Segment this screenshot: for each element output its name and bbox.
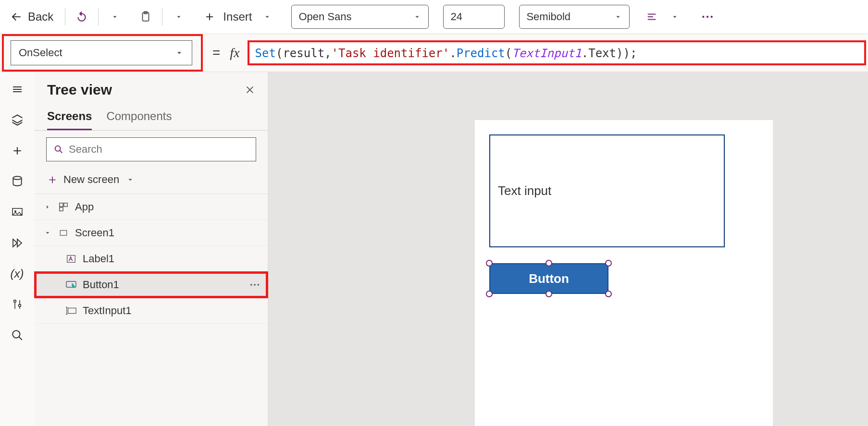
svg-rect-13 <box>64 203 67 206</box>
tree-item-label: Button1 <box>83 279 119 291</box>
media-icon[interactable] <box>9 204 26 221</box>
tools-icon[interactable] <box>9 296 26 313</box>
svg-rect-21 <box>68 308 76 313</box>
font-weight-dropdown[interactable]: Semibold <box>519 5 630 29</box>
insert-label[interactable]: Insert <box>223 10 252 24</box>
tab-screens[interactable]: Screens <box>47 110 92 130</box>
selection-handle[interactable] <box>605 260 612 267</box>
tree-item-label: TextInput1 <box>83 304 132 317</box>
align-chevron-down-icon[interactable] <box>665 7 684 26</box>
tree-item-label1[interactable]: Label1 <box>35 246 268 272</box>
formula-token: . <box>449 47 456 60</box>
tree-item-button1[interactable]: Button1 <box>35 272 268 298</box>
chevron-down-icon <box>413 12 422 21</box>
property-dropdown[interactable]: OnSelect <box>11 40 192 65</box>
insert-chevron-down-icon[interactable] <box>258 7 277 26</box>
search-rail-icon[interactable] <box>9 327 26 344</box>
formula-token: ( <box>276 47 283 60</box>
new-screen-button[interactable]: ＋ New screen <box>35 168 268 194</box>
back-label[interactable]: Back <box>28 10 53 24</box>
formula-token: ( <box>505 47 512 60</box>
tree-item-textinput1[interactable]: TextInput1 <box>35 298 268 324</box>
chevron-down-icon <box>126 175 135 184</box>
formula-token: , <box>324 47 331 60</box>
svg-rect-14 <box>60 207 63 210</box>
tree-list: App Screen1 Label1 <box>35 194 268 324</box>
more-icon[interactable] <box>249 283 260 287</box>
svg-rect-15 <box>60 230 67 235</box>
formula-input[interactable]: Set(result, 'Task identifier'.Predict(Te… <box>248 40 866 65</box>
font-family-dropdown[interactable]: Open Sans <box>291 5 429 29</box>
font-size-input[interactable]: 24 <box>443 5 505 29</box>
tree-view-icon[interactable] <box>9 111 26 129</box>
screen-preview[interactable]: Text input Button <box>475 120 773 426</box>
paste-chevron-down-icon[interactable] <box>169 7 188 26</box>
selection-handle[interactable] <box>546 260 552 267</box>
variables-icon[interactable]: (x) <box>9 265 26 282</box>
svg-point-5 <box>13 176 21 180</box>
formula-token: Predict <box>457 47 505 60</box>
chevron-right-icon[interactable] <box>43 204 52 210</box>
screen-icon <box>58 227 69 239</box>
property-selector-highlight: OnSelect <box>2 34 203 72</box>
power-automate-icon[interactable] <box>9 234 26 252</box>
tab-components[interactable]: Components <box>106 110 172 130</box>
top-toolbar: Back Insert Open Sans 24 Semibold <box>0 0 868 34</box>
left-rail: (x) <box>0 72 35 426</box>
selection-handle[interactable] <box>486 260 493 267</box>
more-icon[interactable] <box>698 7 717 26</box>
font-family-value: Open Sans <box>298 11 351 23</box>
selection-handle[interactable] <box>605 291 612 297</box>
data-icon[interactable] <box>9 173 26 190</box>
toolbar-separator <box>162 8 162 25</box>
button-control[interactable]: Button <box>489 263 608 294</box>
paste-icon[interactable] <box>136 7 155 26</box>
formula-token: TextInput1 <box>512 47 582 60</box>
plus-icon[interactable] <box>200 7 219 26</box>
tree-item-screen1[interactable]: Screen1 <box>35 220 268 246</box>
equals-label: = <box>212 45 220 61</box>
selection-handle[interactable] <box>546 291 552 297</box>
search-icon <box>53 144 64 155</box>
svg-point-20 <box>258 284 260 286</box>
formula-token: 'Task identifier' <box>332 47 450 60</box>
label-icon <box>65 253 77 265</box>
formula-token: Text <box>588 47 616 60</box>
undo-icon[interactable] <box>72 7 91 26</box>
tree-item-app[interactable]: App <box>35 194 268 220</box>
textinput-icon <box>65 305 77 316</box>
formula-bar: OnSelect = fx Set(result, 'Task identifi… <box>0 34 868 72</box>
undo-chevron-down-icon[interactable] <box>105 7 124 26</box>
chevron-down-icon <box>174 48 184 58</box>
svg-point-19 <box>254 284 256 286</box>
insert-rail-icon[interactable] <box>9 142 26 159</box>
canvas[interactable]: Text input Button <box>268 72 868 426</box>
search-field[interactable] <box>69 143 249 156</box>
search-input[interactable] <box>46 137 256 161</box>
align-icon[interactable] <box>642 7 661 26</box>
plus-icon: ＋ <box>46 171 59 188</box>
app-icon <box>58 201 69 213</box>
back-arrow-icon[interactable] <box>10 10 23 24</box>
new-screen-label: New screen <box>63 173 119 186</box>
svg-point-2 <box>703 16 705 18</box>
formula-token: result <box>283 47 324 60</box>
tree-item-label: Screen1 <box>75 227 114 239</box>
svg-point-11 <box>55 146 61 151</box>
button-icon <box>65 279 77 291</box>
fx-icon[interactable]: fx <box>230 45 239 61</box>
property-value: OnSelect <box>19 47 62 59</box>
formula-token: )); <box>616 47 637 60</box>
tree-item-label: App <box>75 201 94 213</box>
svg-point-4 <box>711 16 713 18</box>
hamburger-icon[interactable] <box>9 81 26 98</box>
svg-point-3 <box>707 16 708 18</box>
formula-token: . <box>582 47 588 60</box>
textinput-control[interactable]: Text input <box>489 134 725 247</box>
chevron-down-icon[interactable] <box>43 230 52 236</box>
close-icon[interactable] <box>245 85 255 95</box>
svg-rect-16 <box>67 255 75 262</box>
font-size-value: 24 <box>450 11 462 23</box>
selection-handle[interactable] <box>486 291 493 297</box>
toolbar-separator <box>98 8 99 25</box>
